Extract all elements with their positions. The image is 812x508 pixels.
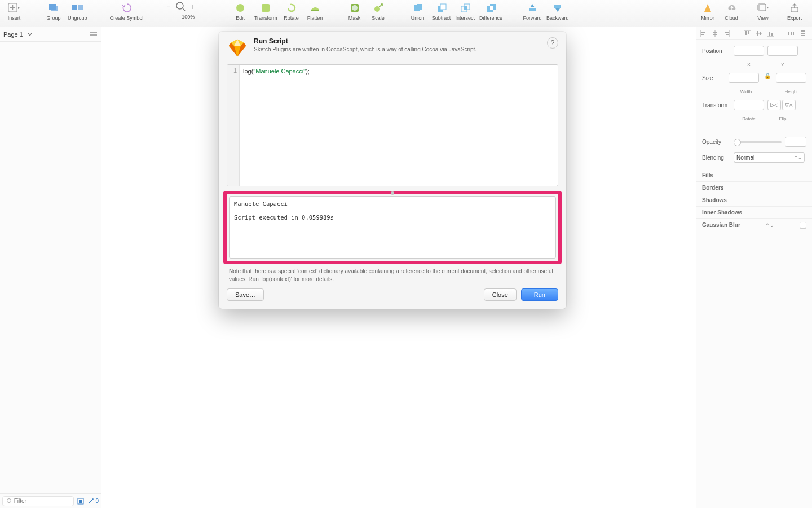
zoom-in-button[interactable]: +	[188, 2, 197, 11]
svg-rect-44	[725, 32, 729, 33]
blending-label: Blending	[702, 155, 734, 161]
svg-rect-42	[713, 34, 717, 35]
svg-point-9	[236, 4, 244, 12]
x-field[interactable]	[734, 46, 764, 56]
forward-button[interactable]: Forward	[520, 1, 544, 21]
align-vcenter-icon[interactable]	[756, 30, 762, 37]
difference-button[interactable]: Difference	[477, 1, 505, 21]
union-button[interactable]: Union	[406, 1, 430, 21]
create-symbol-button[interactable]: Create Symbol	[105, 1, 148, 21]
fills-section[interactable]: Fills	[696, 169, 812, 182]
svg-point-7	[176, 2, 183, 9]
help-button[interactable]: ?	[547, 37, 558, 49]
page-selector[interactable]: Page 1	[0, 27, 101, 42]
lock-icon[interactable]: 🔒	[764, 73, 771, 83]
intersect-button[interactable]: Intersect	[453, 1, 478, 21]
align-right-icon[interactable]	[723, 30, 730, 37]
edit-button[interactable]: Edit	[228, 1, 252, 21]
flip-h-button[interactable]: ▷◁	[767, 100, 781, 110]
size-label: Size	[702, 75, 729, 81]
layers-panel: Page 1 0	[0, 27, 102, 508]
opacity-field[interactable]	[785, 137, 806, 147]
union-icon	[412, 2, 423, 14]
zoom-out-button[interactable]: −	[164, 2, 173, 11]
subtract-button[interactable]: Subtract	[430, 1, 453, 21]
view-button[interactable]: View	[751, 1, 775, 21]
opacity-label: Opacity	[702, 139, 734, 145]
insert-icon	[8, 2, 20, 14]
drag-handle-icon[interactable]	[391, 191, 394, 195]
align-toolbar	[696, 27, 812, 40]
svg-rect-29	[758, 4, 760, 11]
magnifier-icon	[175, 1, 186, 12]
cloud-icon	[726, 2, 737, 14]
svg-rect-27	[554, 5, 561, 8]
svg-rect-19	[440, 4, 446, 10]
mirror-button[interactable]: Mirror	[696, 1, 720, 21]
layer-filter[interactable]	[2, 496, 74, 506]
difference-icon	[486, 2, 497, 14]
svg-rect-53	[769, 32, 770, 36]
distribute-v-icon[interactable]	[800, 30, 806, 37]
distribute-h-icon[interactable]	[788, 30, 795, 37]
height-field[interactable]	[776, 73, 806, 83]
svg-line-34	[11, 502, 12, 504]
y-field[interactable]	[767, 46, 798, 56]
align-top-icon[interactable]	[744, 30, 751, 37]
inner-shadows-section[interactable]: Inner Shadows	[696, 207, 812, 219]
gaussian-blur-section[interactable]: Gaussian Blur⌃⌄	[696, 219, 812, 231]
line-number: 1	[227, 67, 237, 74]
zoom-control[interactable]: − +	[164, 1, 197, 12]
svg-rect-41	[713, 32, 717, 33]
blending-select[interactable]: Normal⌃⌄	[734, 152, 805, 163]
scale-button[interactable]: Scale	[367, 1, 390, 21]
script-output: Manuele Capacci Script executed in 0.059…	[229, 196, 556, 259]
subtract-icon	[436, 2, 447, 14]
mask-button[interactable]: Mask	[343, 1, 367, 21]
filter-input[interactable]	[14, 498, 70, 504]
svg-rect-32	[90, 34, 97, 36]
flip-v-button[interactable]: ▽△	[782, 100, 796, 110]
borders-section[interactable]: Borders	[696, 182, 812, 194]
rotate-button[interactable]: Rotate	[280, 1, 303, 21]
svg-rect-36	[79, 500, 82, 503]
save-button[interactable]: Save…	[227, 288, 264, 301]
shadows-section[interactable]: Shadows	[696, 194, 812, 207]
backward-button[interactable]: Backward	[544, 1, 571, 21]
export-icon	[789, 2, 800, 14]
select-all-icon[interactable]	[77, 498, 84, 505]
align-bottom-icon[interactable]	[767, 30, 774, 37]
transform-label: Transform	[702, 102, 734, 108]
align-left-icon[interactable]	[700, 30, 707, 37]
svg-rect-57	[793, 32, 794, 35]
transform-button[interactable]: Transform	[252, 1, 280, 21]
group-icon	[48, 2, 59, 14]
backward-icon	[552, 2, 563, 14]
svg-rect-12	[311, 10, 319, 11]
blur-checkbox[interactable]	[800, 222, 806, 229]
cloud-button[interactable]: Cloud	[720, 1, 743, 21]
width-field[interactable]	[729, 73, 759, 83]
flatten-button[interactable]: Flatten	[303, 1, 327, 21]
group-button[interactable]: Group	[42, 1, 65, 21]
ungroup-button[interactable]: Ungroup	[65, 1, 90, 21]
script-editor[interactable]: 1 log("Manuele Capacci");	[227, 64, 558, 186]
rotate-field[interactable]	[734, 100, 764, 110]
svg-point-15	[374, 6, 380, 12]
svg-rect-31	[90, 32, 97, 33]
insert-button[interactable]: Insert	[2, 1, 26, 21]
close-button[interactable]: Close	[484, 288, 517, 301]
svg-rect-58	[801, 30, 805, 32]
inspector-panel: Position XY Size 🔒 WidthHeight Transform…	[696, 27, 812, 508]
opacity-slider[interactable]	[734, 141, 782, 143]
svg-rect-4	[51, 6, 58, 11]
chevron-updown-icon: ⌃⌄	[765, 222, 774, 228]
forward-icon	[527, 2, 538, 14]
export-button[interactable]: Export	[783, 1, 806, 21]
run-button[interactable]: Run	[521, 288, 558, 301]
svg-rect-51	[760, 32, 761, 35]
page-menu-icon[interactable]	[90, 30, 98, 38]
align-hcenter-icon[interactable]	[712, 30, 718, 37]
intersect-icon	[460, 2, 471, 14]
slice-icon[interactable]	[87, 498, 94, 505]
